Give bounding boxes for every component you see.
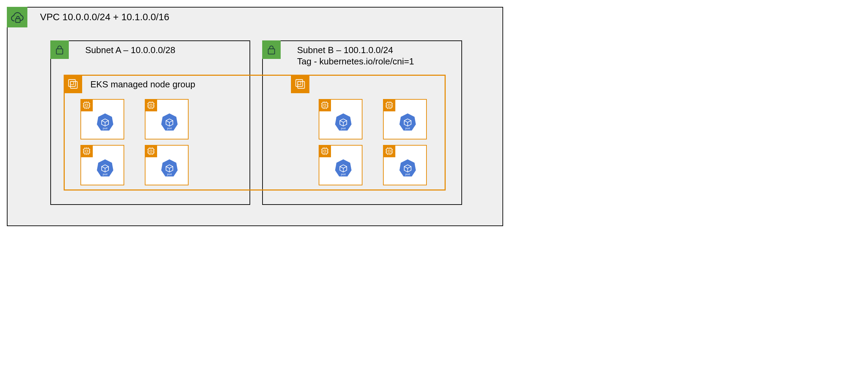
subnet-a-name: Subnet A – 10.0.0.0/28	[85, 45, 175, 55]
node-badge	[80, 145, 93, 157]
pod-icon	[334, 159, 352, 177]
node-box	[319, 99, 362, 139]
lock-icon	[266, 44, 277, 56]
pod-icon	[161, 113, 178, 132]
node-box	[319, 145, 362, 185]
node-badge	[319, 99, 331, 111]
nodegroup-box: EKS managed node group	[64, 75, 446, 190]
chip-icon	[384, 100, 394, 110]
chip-icon	[82, 100, 91, 110]
chip-icon	[146, 100, 156, 110]
node-badge	[145, 99, 157, 111]
vpc-badge	[7, 7, 27, 27]
node-badge	[383, 145, 395, 157]
subnet-b-badge	[262, 40, 281, 59]
nodegroup-badge-b	[291, 75, 309, 93]
pod-icon	[334, 113, 352, 132]
node-badge	[319, 145, 331, 157]
chip-icon	[320, 146, 330, 156]
subnet-b-title: Subnet B – 100.1.0.0/24 Tag - kubernetes…	[297, 45, 414, 67]
node-box	[145, 145, 189, 185]
vpc-title: VPC 10.0.0.0/24 + 10.1.0.0/16	[40, 12, 169, 23]
subnet-b-name: Subnet B – 100.1.0.0/24	[297, 45, 393, 55]
nodes-grid-subnet-b	[319, 99, 427, 185]
pod-icon	[96, 159, 114, 177]
node-box	[383, 145, 427, 185]
subnet-b-tag: Tag - kubernetes.io/role/cni=1	[297, 56, 414, 66]
subnet-a-title: Subnet A – 10.0.0.0/28	[85, 45, 175, 56]
cloud-lock-icon	[10, 10, 25, 24]
node-badge	[145, 145, 157, 157]
node-box	[80, 99, 124, 139]
nodegroup-title: EKS managed node group	[90, 79, 195, 90]
chip-icon	[82, 146, 91, 156]
pod-icon	[399, 159, 417, 177]
node-box	[145, 99, 189, 139]
nodes-grid-subnet-a	[80, 99, 189, 185]
chip-icon	[146, 146, 156, 156]
chip-stack-icon	[293, 77, 307, 91]
node-box	[383, 99, 427, 139]
lock-icon	[54, 44, 65, 56]
node-badge	[383, 99, 395, 111]
nodegroup-badge-a	[64, 75, 82, 93]
pod-icon	[96, 113, 114, 132]
chip-icon	[320, 100, 330, 110]
vpc-container: VPC 10.0.0.0/24 + 10.1.0.0/16 Subnet A –…	[7, 7, 503, 226]
chip-icon	[384, 146, 394, 156]
node-box	[80, 145, 124, 185]
pod-icon	[161, 159, 178, 177]
node-badge	[80, 99, 93, 111]
subnet-a-badge	[50, 40, 69, 59]
chip-stack-icon	[66, 77, 80, 91]
pod-icon	[399, 113, 417, 132]
